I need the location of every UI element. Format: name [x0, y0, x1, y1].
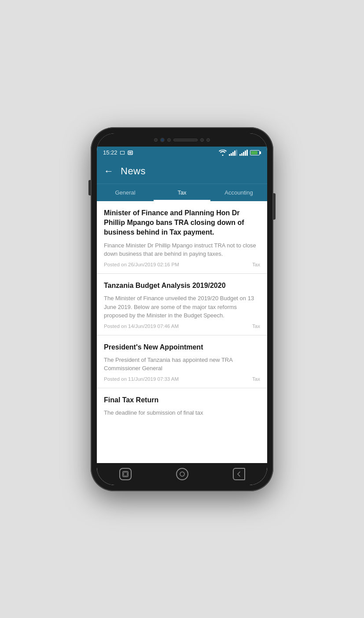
sensor-dot-4 — [206, 138, 210, 142]
nfc-icon — [127, 150, 133, 155]
news-date-1: Posted on 26/Jun/2019 02:16 PM — [104, 262, 179, 267]
news-title-4: Final Tax Return — [104, 395, 260, 405]
recent-apps-icon — [122, 471, 129, 477]
news-excerpt-1: Finance Minister Dr Phillip Mpango instr… — [104, 241, 260, 258]
news-excerpt-4: The deadline for submission of final tax — [104, 408, 260, 417]
bottom-nav — [97, 463, 267, 485]
news-title-2: Tanzania Budget Analysis 2019/2020 — [104, 281, 260, 291]
news-title-3: President's New Appointment — [104, 342, 260, 352]
home-icon — [179, 471, 185, 477]
app-bar: ← News — [97, 159, 267, 184]
news-item-3[interactable]: President's New Appointment The Presiden… — [97, 335, 267, 388]
notch-bar — [97, 133, 267, 147]
battery-icon — [250, 150, 261, 155]
news-date-3: Posted on 11/Jun/2019 07:33 AM — [104, 376, 179, 382]
news-date-2: Posted on 14/Jun/2019 07:46 AM — [104, 324, 179, 329]
front-camera — [160, 138, 165, 142]
time-text: 15:22 — [103, 149, 118, 156]
recent-apps-button[interactable] — [119, 468, 132, 480]
news-meta-3: Posted on 11/Jun/2019 07:33 AM Tax — [104, 376, 260, 382]
news-meta-1: Posted on 26/Jun/2019 02:16 PM Tax — [104, 262, 260, 267]
phone-frame: 15:22 — [91, 127, 273, 491]
home-button[interactable] — [176, 468, 188, 480]
status-time: 15:22 — [103, 149, 133, 156]
news-title-1: Minister of Finance and Planning Hon Dr … — [104, 208, 260, 238]
screenshot-icon — [119, 150, 125, 155]
back-nav-button[interactable] — [233, 468, 245, 480]
news-item-1[interactable]: Minister of Finance and Planning Hon Dr … — [97, 201, 267, 274]
svg-rect-1 — [129, 152, 132, 154]
tab-accounting[interactable]: Accounting — [210, 184, 267, 201]
back-button[interactable]: ← — [104, 166, 114, 176]
news-item-4[interactable]: Final Tax Return The deadline for submis… — [97, 388, 267, 427]
tab-tax[interactable]: Tax — [154, 184, 210, 201]
svg-point-4 — [180, 472, 184, 476]
sensor-dot-3 — [200, 138, 204, 142]
status-bar: 15:22 — [97, 147, 267, 159]
sensor-dot-1 — [154, 138, 158, 142]
news-category-3: Tax — [252, 376, 260, 382]
phone-screen: 15:22 — [97, 133, 267, 485]
tab-general[interactable]: General — [97, 184, 154, 201]
news-excerpt-2: The Minister of Finance unveiled the 201… — [104, 294, 260, 320]
sensor-dot-2 — [167, 138, 171, 142]
wifi-icon — [219, 150, 227, 156]
content-area: Minister of Finance and Planning Hon Dr … — [97, 201, 267, 463]
status-icons — [219, 150, 261, 156]
news-category-1: Tax — [252, 262, 260, 267]
news-category-2: Tax — [252, 324, 260, 329]
signal-bars-1 — [229, 150, 237, 156]
back-nav-icon — [236, 471, 242, 477]
news-meta-2: Posted on 14/Jun/2019 07:46 AM Tax — [104, 324, 260, 329]
speaker-grille — [173, 139, 198, 141]
signal-bars-2 — [239, 150, 248, 156]
news-item-2[interactable]: Tanzania Budget Analysis 2019/2020 The M… — [97, 274, 267, 335]
svg-rect-3 — [124, 472, 127, 476]
app-title: News — [121, 166, 146, 177]
news-excerpt-3: The President of Tanzania has appointed … — [104, 356, 260, 373]
tab-bar: General Tax Accounting — [97, 184, 267, 201]
